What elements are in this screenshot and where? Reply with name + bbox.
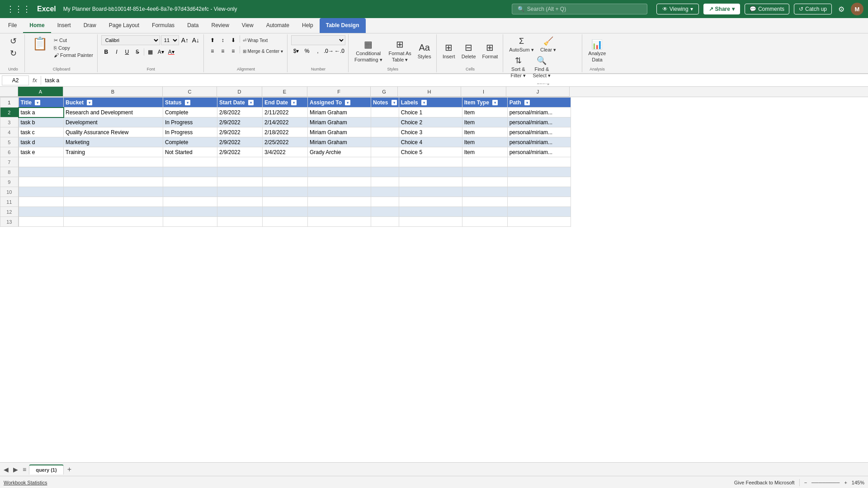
formula-input[interactable]: task a <box>43 77 866 84</box>
cell-i5[interactable]: Item <box>462 137 507 147</box>
currency-button[interactable]: $▾ <box>291 46 301 56</box>
cell-h2[interactable]: Choice 1 <box>399 108 462 117</box>
comma-button[interactable]: , <box>313 46 323 56</box>
align-bottom-button[interactable]: ⬇ <box>228 35 238 45</box>
cell-f4[interactable]: Miriam Graham <box>308 127 371 137</box>
col-header-a[interactable]: A <box>18 87 63 97</box>
insert-button[interactable]: ⊞ Insert <box>440 41 458 60</box>
cell-j4[interactable]: personal/miriam... <box>507 127 571 137</box>
merge-center-button[interactable]: ⊞ Merge & Center ▾ <box>241 46 284 56</box>
cell-g4[interactable] <box>371 127 399 137</box>
cell-c6[interactable]: Not Started <box>163 147 217 157</box>
cell-c4[interactable]: In Progress <box>163 127 217 137</box>
app-grid-icon[interactable]: ⋮⋮⋮ <box>5 2 33 16</box>
cell-h4[interactable]: Choice 3 <box>399 127 462 137</box>
status-filter-icon[interactable]: ▾ <box>185 100 190 105</box>
cell-i2[interactable]: Item <box>462 108 507 117</box>
underline-button[interactable]: U <box>122 47 132 57</box>
cell-e6[interactable]: 3/4/2022 <box>263 147 308 157</box>
cell-a5[interactable]: task d <box>19 137 64 147</box>
cell-d2[interactable]: 2/8/2022 <box>217 108 263 117</box>
align-top-button[interactable]: ⬆ <box>208 35 217 45</box>
search-input[interactable] <box>527 6 627 12</box>
corner-cell[interactable] <box>0 87 18 97</box>
cell-g3[interactable] <box>371 117 399 127</box>
zoom-in-button[interactable]: + <box>844 480 847 485</box>
viewing-button[interactable]: 👁 Viewing ▾ <box>656 4 699 14</box>
tab-review[interactable]: Review <box>205 18 235 33</box>
conditional-formatting-button[interactable]: ▦ Conditional Formatting ▾ <box>352 38 385 64</box>
find-select-button[interactable]: 🔍 Find & Select ▾ <box>530 55 553 80</box>
title-filter-icon[interactable]: ▾ <box>35 100 40 105</box>
cell-d4[interactable]: 2/9/2022 <box>217 127 263 137</box>
cell-f2[interactable]: Miriam Graham <box>308 108 371 117</box>
col-header-h[interactable]: H <box>398 87 461 97</box>
settings-icon[interactable]: ⚙ <box>836 3 846 15</box>
copy-button[interactable]: ⎘ Copy <box>52 45 94 51</box>
cell-a6[interactable]: task e <box>19 147 64 157</box>
cell-a4[interactable]: task c <box>19 127 64 137</box>
border-button[interactable]: ▦ <box>146 47 156 57</box>
cell-styles-button[interactable]: Aa Styles <box>415 42 434 60</box>
notes-filter-icon[interactable]: ▾ <box>392 100 397 105</box>
cell-e2[interactable]: 2/11/2022 <box>263 108 308 117</box>
cell-g5[interactable] <box>371 137 399 147</box>
font-size-select[interactable]: 11 <box>161 35 179 45</box>
tab-table-design[interactable]: Table Design <box>320 18 366 33</box>
delete-button[interactable]: ⊟ Delete <box>459 41 478 60</box>
increase-decimal-button[interactable]: .0→ <box>324 46 334 56</box>
share-button[interactable]: ↗ Share ▾ <box>703 4 740 14</box>
strikethrough-button[interactable]: S̶ <box>132 47 142 57</box>
analyze-data-button[interactable]: 📊 Analyze Data <box>586 38 608 63</box>
align-middle-button[interactable]: ↕ <box>218 35 228 45</box>
align-center-button[interactable]: ≡ <box>218 46 228 56</box>
cell-b3[interactable]: Development <box>64 117 163 127</box>
font-name-select[interactable]: Calibri <box>101 35 160 45</box>
tab-draw[interactable]: Draw <box>77 18 103 33</box>
cell-b2[interactable]: Research and Development <box>64 108 163 117</box>
col-header-d[interactable]: D <box>217 87 262 97</box>
cell-c3[interactable]: In Progress <box>163 117 217 127</box>
col-header-g[interactable]: G <box>371 87 398 97</box>
zoom-out-button[interactable]: − <box>804 480 807 485</box>
bucket-filter-icon[interactable]: ▾ <box>87 100 92 105</box>
cell-j2[interactable]: personal/miriam... <box>507 108 571 117</box>
sheet-nav-right[interactable]: ▶ <box>11 466 20 473</box>
paste-button[interactable]: 📋 <box>28 35 52 52</box>
cell-e4[interactable]: 2/18/2022 <box>263 127 308 137</box>
cell-b4[interactable]: Quality Assurance Review <box>64 127 163 137</box>
cell-a3[interactable]: task b <box>19 117 64 127</box>
tab-data[interactable]: Data <box>181 18 205 33</box>
zoom-slider[interactable]: ──────── <box>811 480 840 485</box>
cell-g6[interactable] <box>371 147 399 157</box>
format-as-table-button[interactable]: ⊞ Format As Table ▾ <box>387 38 414 64</box>
cell-j6[interactable]: personal/miriam... <box>507 147 571 157</box>
sheet-nav-left[interactable]: ◀ <box>2 466 10 473</box>
col-header-b[interactable]: B <box>63 87 163 97</box>
feedback-text[interactable]: Give Feedback to Microsoft <box>734 480 795 485</box>
comments-button[interactable]: 💬 Comments <box>745 4 789 14</box>
col-header-f[interactable]: F <box>307 87 371 97</box>
cell-c5[interactable]: Complete <box>163 137 217 147</box>
workbook-statistics[interactable]: Workbook Statistics <box>4 480 47 485</box>
font-shrink-icon[interactable]: A↓ <box>191 35 201 45</box>
tab-page-layout[interactable]: Page Layout <box>103 18 146 33</box>
wrap-text-button[interactable]: ⏎ Wrap Text <box>241 35 269 45</box>
redo-button[interactable]: ↻ <box>5 47 22 59</box>
cell-reference-input[interactable] <box>2 75 29 85</box>
add-sheet-button[interactable]: + <box>65 465 74 474</box>
cell-b5[interactable]: Marketing <box>64 137 163 147</box>
search-box[interactable]: 🔍 <box>512 4 647 14</box>
cell-g2[interactable] <box>371 108 399 117</box>
decrease-decimal-button[interactable]: ←.0 <box>335 46 344 56</box>
cell-a2[interactable]: task a <box>19 108 64 117</box>
sheet-list-icon[interactable]: ≡ <box>21 466 28 473</box>
cell-e3[interactable]: 2/14/2022 <box>263 117 308 127</box>
start-date-filter-icon[interactable]: ▾ <box>248 100 254 105</box>
col-header-c[interactable]: C <box>163 87 217 97</box>
autosum-button[interactable]: Σ AutoSum ▾ <box>507 36 536 54</box>
format-painter-button[interactable]: 🖌 Format Painter <box>52 52 94 58</box>
cell-h3[interactable]: Choice 2 <box>399 117 462 127</box>
sort-filter-button[interactable]: ⇅ Sort & Filter ▾ <box>507 55 529 80</box>
tab-help[interactable]: Help <box>296 18 320 33</box>
